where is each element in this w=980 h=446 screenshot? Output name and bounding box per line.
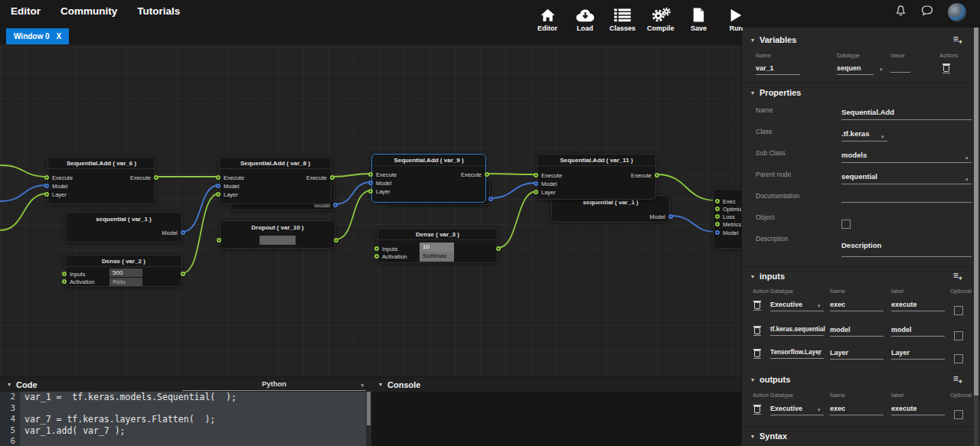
- port-circle[interactable]: [374, 246, 379, 251]
- port-circle[interactable]: [62, 279, 67, 284]
- menu-editor[interactable]: Editor: [11, 5, 41, 17]
- port-model-out[interactable]: Model: [162, 229, 185, 236]
- variable-name-input[interactable]: var_1: [756, 64, 800, 75]
- port-layer-in[interactable]: Layer: [534, 188, 556, 196]
- toolbar-compile-button[interactable]: Compile: [647, 6, 675, 32]
- chevron-down-icon[interactable]: ▾: [818, 351, 821, 357]
- code-panel-header[interactable]: ▾ Code Python ▾: [0, 376, 371, 392]
- port-circle[interactable]: [534, 181, 538, 186]
- port-loss-in[interactable]: Loss: [715, 213, 735, 220]
- node-sequential-var1[interactable]: sequential ( var_1 ) Model: [65, 212, 182, 243]
- port-execute-in[interactable]: Execute: [534, 171, 562, 179]
- port-circle[interactable]: [217, 238, 221, 243]
- port-circle[interactable]: [655, 173, 659, 177]
- window-tab[interactable]: Window 0 X: [6, 28, 69, 44]
- right-panel-scrollbar[interactable]: [974, 28, 978, 446]
- input-datatype-select[interactable]: tf.keras.sequential: [770, 326, 824, 336]
- port-circle[interactable]: [334, 238, 338, 243]
- port-execute-in[interactable]: Execute: [44, 174, 73, 181]
- port-circle[interactable]: [715, 230, 720, 235]
- collapse-triangle-icon[interactable]: ▾: [751, 433, 754, 440]
- port-model-in[interactable]: Model: [44, 182, 67, 190]
- collapse-triangle-icon[interactable]: ▾: [751, 37, 754, 44]
- input-name-input[interactable]: Layer: [830, 349, 884, 360]
- dense-units-field[interactable]: 500: [109, 269, 142, 277]
- input-datatype-select[interactable]: Tensorflow.Layer: [770, 349, 824, 359]
- line-text[interactable]: var_7 = tf.keras.layers.Flatten( );: [20, 414, 371, 425]
- port-activation-in[interactable]: Activation: [62, 278, 95, 285]
- code-line[interactable]: 6: [0, 436, 371, 446]
- port-layer-in[interactable]: Layer: [44, 190, 67, 198]
- add-output-button[interactable]: ≡+: [953, 374, 962, 386]
- chevron-down-icon[interactable]: ▾: [880, 67, 883, 73]
- property-description-input[interactable]: Description: [841, 241, 972, 252]
- variable-datatype-select[interactable]: sequen: [837, 64, 874, 75]
- notifications-bell-icon[interactable]: [895, 5, 906, 20]
- delete-variable-trash-icon[interactable]: [942, 63, 950, 73]
- menu-tutorials[interactable]: Tutorials: [137, 5, 180, 17]
- port-circle[interactable]: [715, 214, 720, 219]
- port-circle[interactable]: [668, 214, 673, 219]
- port-layer-in[interactable]: Layer: [216, 190, 238, 198]
- port-circle[interactable]: [181, 272, 185, 276]
- dense-units-field[interactable]: 10: [420, 243, 454, 252]
- input-optional-checkbox[interactable]: [954, 331, 963, 340]
- node-sequential-add-var6[interactable]: Sequential.Add ( var_6 ) Execute Model L…: [47, 157, 155, 204]
- output-label-input[interactable]: execute: [891, 405, 945, 415]
- user-avatar[interactable]: [948, 3, 966, 21]
- port-circle[interactable]: [62, 272, 67, 276]
- variable-value-input[interactable]: [890, 64, 910, 73]
- port-model-in[interactable]: Model: [368, 179, 391, 187]
- port-execute-out[interactable]: Execute: [461, 171, 489, 178]
- node-sequential-add-var11[interactable]: Sequential.Add ( var_11 ) Execute Model …: [537, 154, 656, 200]
- property-name-input[interactable]: Sequential.Add: [841, 108, 972, 120]
- chat-bubble-icon[interactable]: [921, 5, 933, 19]
- delete-input-trash-icon[interactable]: [753, 348, 761, 359]
- line-text[interactable]: var_1 = tf.keras.models.Sequential( );: [20, 392, 371, 403]
- port-circle[interactable]: [216, 175, 220, 180]
- console-panel-header[interactable]: ▾ Console: [371, 376, 741, 392]
- port-out[interactable]: [334, 236, 338, 244]
- code-line[interactable]: 5 var_1.add( var_7 );: [0, 425, 371, 437]
- node-sequential-add-var9[interactable]: Sequential.Add ( var_9 ) Execute Model L…: [371, 154, 486, 203]
- dense-activation-field[interactable]: Softmax: [420, 252, 454, 262]
- port-execute-in[interactable]: Execute: [216, 174, 244, 181]
- toolbar-load-button[interactable]: Load: [572, 6, 598, 32]
- port-activation-in[interactable]: Activation: [374, 252, 407, 260]
- port-circle[interactable]: [44, 192, 49, 197]
- object-checkbox[interactable]: [841, 220, 851, 229]
- right-panel-scrollbar-thumb[interactable]: [974, 28, 978, 396]
- port-in[interactable]: [217, 236, 221, 244]
- property-parent-node-select[interactable]: sequential: [841, 172, 972, 184]
- port-circle[interactable]: [333, 203, 338, 207]
- node-sequential-add-var8[interactable]: Sequential.Add ( var_8 ) Execute Model L…: [219, 157, 332, 204]
- port-circle[interactable]: [216, 192, 220, 197]
- node-dense-var2[interactable]: Dense ( var_2 ) Inputs Activation 500 Re…: [65, 255, 182, 287]
- port-layer-out[interactable]: [181, 270, 185, 278]
- collapse-triangle-icon[interactable]: ▾: [751, 376, 754, 383]
- port-circle[interactable]: [534, 190, 538, 194]
- port-execute-in[interactable]: Execute: [368, 171, 397, 178]
- input-optional-checkbox[interactable]: [954, 306, 963, 315]
- port-optimizer-in[interactable]: Optimiz: [715, 205, 741, 213]
- delete-output-trash-icon[interactable]: [753, 404, 761, 415]
- port-execute-out[interactable]: Execute: [130, 174, 158, 181]
- port-layer-out[interactable]: [496, 245, 501, 252]
- property-documentation-input[interactable]: [841, 194, 972, 203]
- language-select[interactable]: Python ▾: [182, 379, 366, 391]
- port-inputs-in[interactable]: Inputs: [62, 270, 85, 278]
- port-model-in[interactable]: Model: [715, 229, 738, 236]
- port-circle[interactable]: [485, 172, 489, 177]
- port-model-in[interactable]: Model: [216, 182, 239, 190]
- dense-activation-field[interactable]: Relu: [109, 278, 142, 286]
- input-optional-checkbox[interactable]: [954, 354, 963, 363]
- port-execute-out[interactable]: Execute: [631, 171, 659, 179]
- line-text[interactable]: [20, 436, 371, 446]
- code-scrollbar-thumb[interactable]: [367, 392, 371, 425]
- collapse-triangle-icon[interactable]: ▾: [751, 273, 754, 280]
- output-name-input[interactable]: exec: [830, 405, 884, 415]
- port-circle[interactable]: [715, 199, 720, 203]
- chevron-down-icon[interactable]: ▾: [965, 177, 969, 183]
- port-model-out[interactable]: Model: [650, 213, 673, 220]
- menu-community[interactable]: Community: [60, 5, 117, 17]
